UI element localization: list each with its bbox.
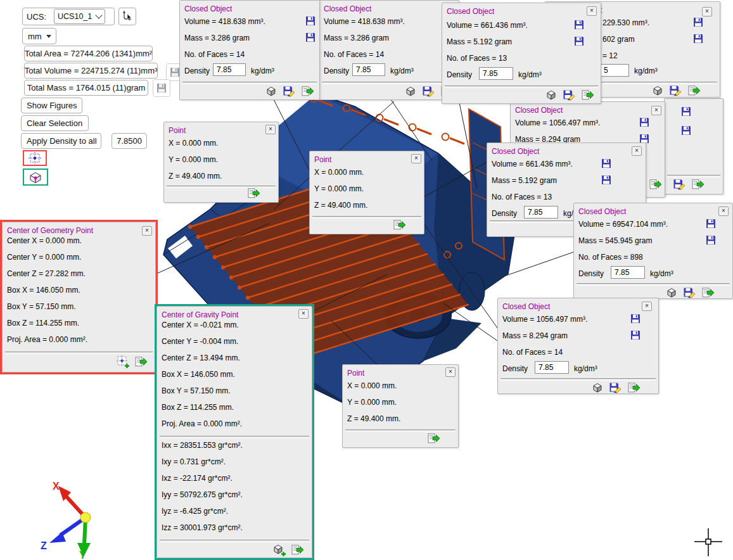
close-icon[interactable]: × xyxy=(445,367,456,377)
mass-value: Mass = 8.294 gram xyxy=(502,331,568,340)
close-icon[interactable]: × xyxy=(265,125,276,134)
export-icon[interactable] xyxy=(302,86,314,96)
density-input[interactable] xyxy=(352,63,385,76)
box-x: Box X = 146.050 mm. xyxy=(7,286,80,295)
density-input[interactable] xyxy=(213,63,246,76)
save-mass-icon[interactable] xyxy=(681,125,691,136)
export-icon[interactable] xyxy=(248,188,260,198)
point-panel: × Point X = 0.000 mm. Y = 0.000 mm. Z = … xyxy=(342,364,459,448)
inertia-iyy: Iyy = 50792.675 gr*cm². xyxy=(162,490,243,499)
density-unit: kg/dm³ xyxy=(518,70,542,79)
save-mass-icon[interactable] xyxy=(574,36,584,46)
save-volume-icon[interactable] xyxy=(681,106,691,117)
density-input[interactable] xyxy=(600,64,629,77)
save-volume-icon[interactable] xyxy=(639,117,649,127)
save-mass-icon[interactable] xyxy=(305,32,316,42)
point-y: Y = 0.000 mm. xyxy=(169,155,218,164)
center-geometry-tool-button[interactable] xyxy=(23,150,47,166)
faces-value: No. of Faces = 14 xyxy=(184,50,245,59)
solid-view-icon[interactable] xyxy=(591,383,604,393)
total-area-button[interactable]: Total Area = 72744.206 (1341)mm² xyxy=(24,46,153,61)
close-icon[interactable]: × xyxy=(642,302,652,311)
apply-density-button[interactable]: Apply Density to all xyxy=(21,133,101,149)
density-input[interactable] xyxy=(524,206,558,219)
export-icon[interactable] xyxy=(702,288,715,298)
add-gravity-point-icon[interactable] xyxy=(273,544,286,556)
volume-value: Volume = 418.638 mm³. xyxy=(324,17,405,26)
total-mass-button[interactable]: Total Mass = 1764.015 (11)gram xyxy=(24,80,148,96)
close-icon[interactable]: × xyxy=(718,207,729,216)
solid-view-icon[interactable] xyxy=(265,86,277,96)
mass-value: Mass = 545.945 gram xyxy=(578,236,652,245)
closed-object-panel: × Closed Object Volume = 1056.497 mm³. M… xyxy=(497,298,659,394)
save-volume-icon[interactable] xyxy=(601,158,611,169)
solid-view-icon[interactable] xyxy=(665,288,678,298)
export-icon[interactable] xyxy=(582,90,594,100)
save-mass-icon[interactable] xyxy=(706,235,716,245)
density-unit: kg/dm³ xyxy=(390,67,414,75)
clear-selection-button[interactable]: Clear Selection xyxy=(21,115,89,131)
close-icon[interactable]: × xyxy=(702,7,712,16)
solid-view-icon[interactable] xyxy=(545,90,558,100)
save-total-mass-button[interactable] xyxy=(153,79,170,97)
export-icon[interactable] xyxy=(428,433,440,443)
export-icon[interactable] xyxy=(692,179,704,189)
save-mass-icon[interactable] xyxy=(630,330,641,340)
center-geometry-icon xyxy=(29,152,41,165)
add-center-point-icon[interactable] xyxy=(117,355,129,368)
panel-title: Point xyxy=(347,369,364,378)
close-icon[interactable]: × xyxy=(651,106,661,115)
closed-object-panel: × Closed Object Volume = 69547.104 mm³. … xyxy=(573,203,733,299)
close-icon[interactable]: × xyxy=(587,6,597,16)
ucs-pick-button[interactable] xyxy=(118,8,136,25)
density-input[interactable] xyxy=(611,266,645,279)
center-gravity-icon xyxy=(28,171,43,184)
close-icon[interactable]: × xyxy=(632,146,642,156)
save-report-icon[interactable] xyxy=(423,86,435,97)
units-dropdown[interactable]: mm xyxy=(22,28,56,44)
density-label: Density xyxy=(447,70,472,79)
global-density-value[interactable]: 7.8500 xyxy=(112,133,147,149)
save-report-icon[interactable] xyxy=(563,89,576,101)
center-y: Center Y = -0.004 mm. xyxy=(162,337,238,346)
save-report-icon[interactable] xyxy=(609,382,622,393)
density-input[interactable] xyxy=(479,67,513,80)
export-icon[interactable] xyxy=(393,220,406,230)
density-input[interactable] xyxy=(535,361,569,374)
show-figures-button[interactable]: Show Figures xyxy=(21,98,82,113)
save-report-icon[interactable] xyxy=(283,86,296,97)
save-report-icon[interactable] xyxy=(684,287,696,298)
solid-view-icon[interactable] xyxy=(651,86,664,96)
save-mass-icon[interactable] xyxy=(693,34,703,44)
density-unit: kg/dm³ xyxy=(574,364,597,373)
box-z: Box Z = 114.255 mm. xyxy=(162,403,234,412)
point-z: Z = 49.400 mm. xyxy=(169,172,222,181)
export-icon[interactable] xyxy=(628,383,641,393)
solid-view-icon[interactable] xyxy=(404,86,417,96)
export-icon[interactable] xyxy=(291,545,304,555)
save-volume-icon[interactable] xyxy=(693,17,703,27)
save-mass-icon[interactable] xyxy=(601,175,611,185)
save-report-icon[interactable] xyxy=(670,85,682,96)
export-icon[interactable] xyxy=(649,179,662,189)
export-icon[interactable] xyxy=(135,357,148,367)
density-label: Density xyxy=(184,67,210,75)
export-icon[interactable] xyxy=(688,86,701,96)
proj-area: Proj. Area = 0.000 mm². xyxy=(162,419,242,428)
volume-value: Volume = 661.436 mm³. xyxy=(492,160,573,169)
save-volume-icon[interactable] xyxy=(630,314,641,324)
ucs-dropdown[interactable]: UCS10_1 xyxy=(54,9,105,24)
mass-value: Mass = 3.286 gram xyxy=(324,34,389,42)
save-volume-icon[interactable] xyxy=(305,16,316,26)
box-y: Box Y = 57.150 mm. xyxy=(162,386,231,395)
save-volume-icon[interactable] xyxy=(706,219,716,229)
close-icon[interactable]: × xyxy=(411,154,421,163)
close-icon[interactable]: × xyxy=(142,226,152,236)
center-gravity-tool-button[interactable] xyxy=(23,169,48,186)
close-icon[interactable]: × xyxy=(298,309,309,319)
save-report-icon[interactable] xyxy=(673,179,686,190)
volume-value: Volume = 1056.497 mm³. xyxy=(502,315,587,324)
save-volume-icon[interactable] xyxy=(574,20,584,30)
total-volume-button[interactable]: Total Volume = 224715.274 (11)mm³ xyxy=(24,63,158,79)
volume-value: 229.530 mm³. xyxy=(602,18,649,27)
